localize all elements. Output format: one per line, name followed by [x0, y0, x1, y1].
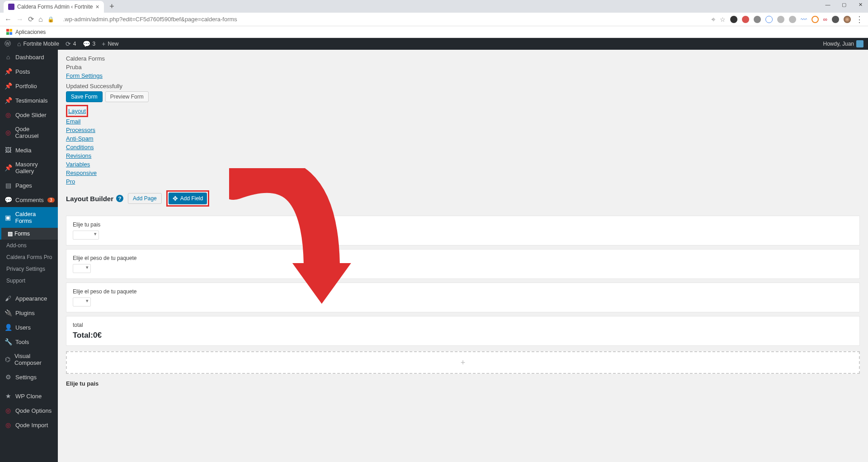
badge: 3 [47, 198, 55, 203]
sidebar-item-qode-options[interactable]: ◎Qode Options [0, 403, 58, 418]
tab-revisions[interactable]: Revisions [66, 152, 91, 159]
form-field-block[interactable]: Elije el peso de tu paquete▾ [66, 283, 860, 312]
favicon-icon [8, 4, 14, 10]
total-field-block[interactable]: total Total:0€ [66, 316, 860, 346]
menu-icon: ◎ [5, 421, 12, 429]
save-button[interactable]: Save Form [66, 91, 103, 102]
ext-icon[interactable] [765, 16, 773, 23]
sidebar-item-caldera-forms[interactable]: ▣Caldera Forms [0, 207, 58, 228]
sidebar-item-portfolio[interactable]: 📌Portfolio [0, 79, 58, 93]
form-field-block[interactable]: Elije tu pais▾ [66, 216, 860, 245]
sidebar-subitem-support[interactable]: Support [0, 275, 58, 287]
sidebar-item-settings[interactable]: ⚙Settings [0, 370, 58, 384]
sidebar-item-visual-composer[interactable]: ⌬Visual Composer [0, 349, 58, 370]
address-bar[interactable]: .wp-admin/admin.php?edit=CF5d760f590fbef… [63, 16, 707, 23]
field-label: total [73, 322, 853, 328]
sidebar-subitem-privacy-settings[interactable]: Privacy Settings [0, 263, 58, 275]
tab-pro[interactable]: Pro [66, 178, 75, 185]
field-select[interactable]: ▾ [73, 231, 99, 240]
menu-icon: ◎ [5, 111, 12, 118]
preview-button[interactable]: Preview Form [105, 91, 149, 102]
menu-icon: ⌬ [5, 356, 11, 363]
updates-count[interactable]: ⟳4 [66, 40, 76, 47]
tab-anti-spam[interactable]: Anti-Spam [66, 135, 94, 142]
bookmarks-bar: Aplicaciones [0, 26, 868, 38]
sidebar-item-qode-slider[interactable]: ◎Qode Slider [0, 108, 58, 122]
close-icon[interactable]: × [95, 3, 99, 10]
sidebar-item-qode-carousel[interactable]: ◎Qode Carousel [0, 122, 58, 143]
apps-icon[interactable] [6, 29, 13, 35]
drop-area[interactable] [66, 351, 860, 374]
forward-button[interactable]: → [16, 15, 23, 24]
ext-icon[interactable]: ∞ [823, 16, 827, 23]
update-message: Updated Successfully [66, 83, 860, 90]
wp-logo[interactable]: ⓦ [5, 40, 11, 48]
sidebar-item-posts[interactable]: 📌Posts [0, 64, 58, 79]
sidebar-subitem-forms[interactable]: ▤Forms [0, 228, 58, 240]
sidebar-item-masonry-gallery[interactable]: 📌Masonry Gallery [0, 157, 58, 178]
avatar [856, 40, 863, 47]
profile-avatar[interactable] [844, 16, 851, 23]
sidebar-item-appearance[interactable]: 🖌Appearance [0, 291, 58, 306]
form-tab-list: LayoutEmailProcessorsAnti-SpamConditions… [66, 105, 860, 186]
add-field-button[interactable]: ✥ Add Field [169, 193, 207, 204]
back-button[interactable]: ← [5, 15, 12, 24]
sidebar-item-tools[interactable]: 🔧Tools [0, 335, 58, 349]
tab-email[interactable]: Email [66, 118, 81, 125]
sidebar-item-users[interactable]: 👤Users [0, 320, 58, 335]
menu-icon: 📌 [5, 68, 12, 75]
tab-responsive[interactable]: Responsive [66, 170, 97, 176]
menu-icon: ▣ [5, 214, 12, 221]
site-name[interactable]: ⌂Fortnite Mobile [17, 40, 59, 47]
field-label: Elije el peso de tu paquete [73, 255, 853, 261]
translate-icon[interactable]: ⎆ [712, 16, 715, 23]
form-field-block[interactable]: Elije el peso de tu paquete▾ [66, 249, 860, 279]
total-display: Total:0€ [73, 331, 853, 340]
comments-count[interactable]: 💬3 [83, 40, 96, 47]
sidebar-item-plugins[interactable]: 🔌Plugins [0, 306, 58, 320]
maximize-button[interactable]: ▢ [839, 2, 849, 8]
menu-icon[interactable]: ⋮ [855, 14, 863, 24]
field-select[interactable]: ▾ [73, 264, 91, 273]
sidebar-item-media[interactable]: 🖼Media [0, 143, 58, 157]
ext-icon[interactable] [789, 16, 796, 23]
sidebar-item-wp-clone[interactable]: ★WP Clone [0, 389, 58, 403]
new-tab-button[interactable]: + [108, 2, 117, 11]
ext-icon[interactable] [832, 16, 839, 23]
sidebar-item-qode-import[interactable]: ◎Qode Import [0, 418, 58, 432]
bookmark-star-icon[interactable]: ☆ [720, 16, 726, 23]
help-icon[interactable]: ? [116, 195, 123, 202]
ext-icon[interactable] [742, 16, 749, 23]
ext-icon[interactable]: 〰 [801, 16, 807, 23]
reload-button[interactable]: ⟳ [28, 15, 34, 24]
ext-icon[interactable] [730, 16, 737, 23]
menu-icon: 📌 [5, 82, 12, 90]
menu-icon: ⌂ [5, 53, 12, 61]
tab-layout[interactable]: Layout [68, 108, 86, 114]
sidebar-subitem-caldera-forms-pro[interactable]: Caldera Forms Pro [0, 251, 58, 263]
sidebar-item-comments[interactable]: 💬Comments3 [0, 193, 58, 207]
tab-variables[interactable]: Variables [66, 161, 90, 168]
ext-icon[interactable] [777, 16, 784, 23]
sidebar-item-testimonials[interactable]: 📌Testimonials [0, 93, 58, 108]
menu-icon: 🖼 [5, 146, 12, 154]
new-content[interactable]: +New [102, 40, 118, 47]
tab-processors[interactable]: Processors [66, 127, 95, 133]
howdy-user[interactable]: Howdy, Juan [823, 40, 863, 47]
ext-icon[interactable] [812, 16, 819, 23]
close-button[interactable]: ✕ [855, 2, 865, 8]
ext-icon[interactable] [754, 16, 761, 23]
sidebar-item-dashboard[interactable]: ⌂Dashboard [0, 50, 58, 64]
minimize-button[interactable]: — [823, 2, 833, 8]
browser-tab[interactable]: Caldera Forms Admin ‹ Fortnite × [4, 1, 104, 13]
home-button[interactable]: ⌂ [38, 15, 43, 24]
sidebar-subitem-add-ons[interactable]: Add-ons [0, 240, 58, 251]
menu-icon: ◎ [5, 129, 11, 136]
sidebar-item-pages[interactable]: ▤Pages [0, 178, 58, 193]
field-select[interactable]: ▾ [73, 297, 91, 306]
field-label: Elije tu pais [73, 222, 853, 228]
tab-conditions[interactable]: Conditions [66, 144, 94, 151]
form-settings-link[interactable]: Form Settings [66, 72, 103, 79]
bookmarks-label[interactable]: Aplicaciones [15, 29, 46, 35]
add-page-button[interactable]: Add Page [128, 193, 162, 204]
